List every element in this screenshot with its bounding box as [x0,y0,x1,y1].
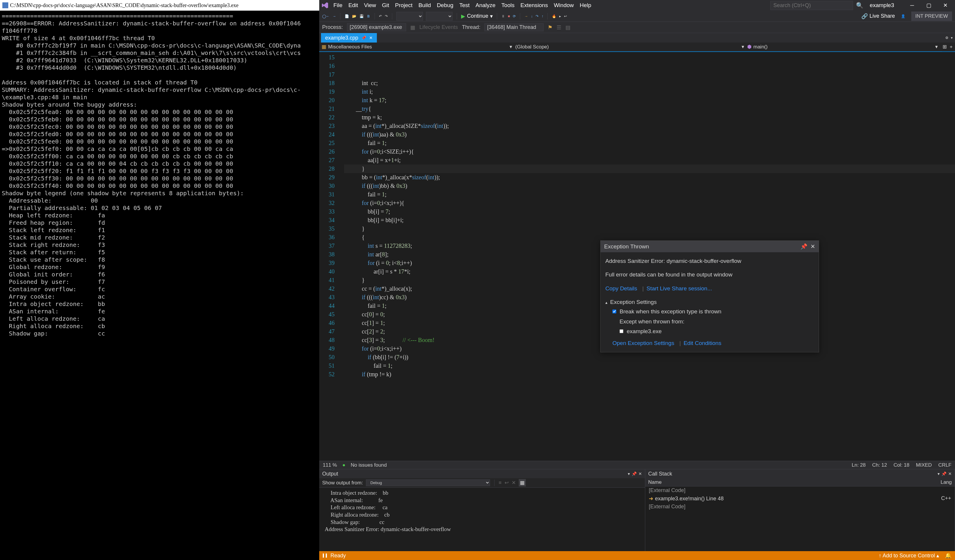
redo-icon[interactable]: ↷ [385,14,388,18]
code-editor[interactable]: 1516171819202122232425262728293031323334… [319,51,955,461]
zoom-level[interactable]: 111 % [323,462,337,468]
except-item-checkbox[interactable] [620,329,623,333]
chevron-down-icon[interactable]: ▾ [951,36,953,40]
except-item-row[interactable]: example3.exe [605,327,814,336]
line-indicator[interactable]: Ln: 28 [852,462,866,468]
cs-name-header[interactable]: Name [648,479,662,485]
save-all-icon[interactable]: 🗎 [367,14,370,18]
menu-window[interactable]: Window [554,2,574,9]
undo-icon[interactable]: ↶ [379,14,382,18]
function-dropdown[interactable]: ⬢ main() ▾ [747,44,938,50]
crlf-indicator[interactable]: CRLF [938,462,952,468]
scope-dropdown[interactable]: (Global Scope) ▾ [515,44,744,50]
lifecycle-icon[interactable]: ▦ [410,24,415,31]
stack-icon[interactable]: ☰ [557,24,561,31]
menu-project[interactable]: Project [395,2,413,9]
close-icon[interactable]: ✕ [811,243,815,250]
clear-icon[interactable]: ✕ [512,480,516,486]
toggle-icon[interactable]: ▦ [519,479,526,487]
callstack-row[interactable]: [External Code] [645,487,955,494]
menu-git[interactable]: Git [382,2,389,9]
break-all-icon[interactable]: ⏸ [501,14,505,18]
issues-label[interactable]: No issues found [351,462,387,468]
close-button[interactable]: ✕ [938,1,953,10]
minimize-button[interactable]: ─ [905,1,919,10]
fold-gutter[interactable] [338,52,344,461]
feedback-icon[interactable]: 👤 [901,14,905,18]
exception-header[interactable]: Exception Thrown 📌 ✕ [601,241,819,252]
panel-dropdown-icon[interactable]: ▾ [938,471,939,476]
maximize-button[interactable]: ▢ [921,1,936,10]
cs-lang-header[interactable]: Lang [941,479,952,485]
close-icon[interactable]: ✕ [948,471,952,476]
step-into-icon[interactable]: ↓ [531,14,532,18]
menu-help[interactable]: Help [579,2,591,9]
menu-view[interactable]: View [364,2,376,9]
run-to-icon[interactable]: ▸ [559,14,561,18]
console-titlebar[interactable]: C:\MSDN\cpp-docs-pr\docs\c-language\ASAN… [0,0,319,11]
open-icon[interactable]: 📂 [352,14,357,18]
panel-dropdown-icon[interactable]: ▾ [628,471,630,476]
platform-dropdown[interactable] [426,12,452,21]
prev-stmt-icon[interactable]: ↩ [564,14,567,18]
pin-icon[interactable]: 📌 [941,471,946,476]
config-dropdown[interactable] [396,12,423,21]
file-tab-example3[interactable]: example3.cpp 📌 ✕ [321,33,377,42]
add-icon[interactable]: + [950,44,953,50]
pin-icon[interactable]: 📌 [800,243,808,250]
callstack-row[interactable]: [External Code] [645,503,955,511]
restart-icon[interactable]: ⟳ [513,14,516,18]
menu-build[interactable]: Build [418,2,431,9]
break-checkbox[interactable] [612,310,616,314]
menu-test[interactable]: Test [459,2,470,9]
menu-file[interactable]: File [333,2,343,9]
edit-conditions-link[interactable]: Edit Conditions [684,340,722,346]
nav-back-icon[interactable]: ◯← [322,14,330,18]
save-icon[interactable]: 💾 [359,14,364,18]
threads-icon[interactable]: ▤ [565,24,570,31]
pause-icon [323,554,327,558]
hot-reload-icon[interactable]: 🔥 [552,14,556,18]
split-icon[interactable]: ⊞ [942,44,947,50]
console-output[interactable]: ========================================… [0,11,319,339]
menu-analyze[interactable]: Analyze [476,2,496,9]
search-input[interactable] [770,1,853,10]
output-content[interactable]: Intra object redzone: bb ASan internal: … [319,488,645,535]
menu-extensions[interactable]: Extensions [520,2,548,9]
close-icon[interactable]: ✕ [639,471,642,476]
mixed-indicator[interactable]: MIXED [916,462,932,468]
break-checkbox-row[interactable]: Break when this exception type is thrown [605,307,814,316]
copy-details-link[interactable]: Copy Details [605,285,637,292]
pin-icon[interactable]: 📌 [632,471,637,476]
pin-icon[interactable]: 📌 [361,36,366,40]
menu-debug[interactable]: Debug [437,2,453,9]
menu-edit[interactable]: Edit [349,2,358,9]
menu-tools[interactable]: Tools [501,2,514,9]
exception-settings-header[interactable]: ▴ Exception Settings [605,298,814,307]
lifecycle-label[interactable]: Lifecycle Events [420,24,458,30]
output-source-dropdown[interactable]: Debug [366,479,490,486]
thread-dropdown[interactable]: [36468] Main Thread [484,23,543,31]
col-indicator[interactable]: Col: 18 [894,462,910,468]
close-tab-icon[interactable]: ✕ [369,36,373,40]
nav-fwd-icon[interactable]: → [332,14,336,18]
show-next-icon[interactable]: → [524,14,528,18]
continue-button[interactable]: ▶ Continue ▾ [461,13,493,19]
flag-icon[interactable]: ⚑ [548,24,553,31]
live-share-button[interactable]: 🔗 Live Share [861,13,895,19]
add-src-control[interactable]: ↑ Add to Source Control ▴ [879,552,939,559]
start-live-share-link[interactable]: Start Live Share session... [647,285,712,292]
open-settings-link[interactable]: Open Exception Settings [612,340,674,346]
process-dropdown[interactable]: [26908] example3.exe [347,23,406,31]
gear-icon[interactable]: ⚙ [945,36,949,40]
step-out-icon[interactable]: ↑ [542,14,543,18]
wrap-icon[interactable]: ↩ [504,480,509,486]
char-indicator[interactable]: Ch: 12 [872,462,887,468]
stop-icon[interactable]: ■ [508,14,510,18]
project-dropdown[interactable]: ▦ Miscellaneous Files ▾ [322,44,512,50]
notifications-icon[interactable]: 🔔 [945,552,952,559]
indent-icon[interactable]: ≡ [499,480,502,486]
new-icon[interactable]: 📄 [344,14,349,18]
step-over-icon[interactable]: ↷ [535,14,539,18]
callstack-row[interactable]: ➜example3.exe!main() Line 48C++ [645,494,955,503]
